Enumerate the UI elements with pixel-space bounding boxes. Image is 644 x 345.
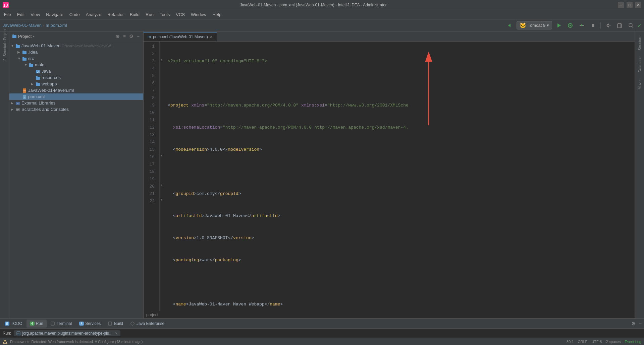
menu-run[interactable]: Run (143, 11, 156, 18)
menu-analyze[interactable]: Analyze (83, 11, 104, 18)
locate-file-button[interactable]: ⊕ (115, 33, 121, 39)
line-num-1: 1 (145, 43, 157, 50)
structure-tool-icon[interactable]: 2: Structure (1, 48, 8, 55)
tree-item-idea[interactable]: ▶ .idea (9, 49, 143, 55)
right-tool-structure[interactable]: Structure (637, 33, 643, 53)
minimize-button[interactable]: ─ (618, 2, 624, 8)
run-tab-icon: m (16, 331, 20, 335)
build-label: Build (114, 321, 123, 326)
svg-text:iml: iml (23, 90, 26, 92)
status-frameworks-text[interactable]: Frameworks Detected: Web framework is de… (10, 340, 143, 344)
code-line-7: <groupId>com.cmy</groupId> (168, 190, 635, 198)
code-line-4: xsi:schemaLocation="http://maven.apache.… (168, 124, 635, 131)
settings-button[interactable] (603, 21, 613, 29)
tree-item-iml[interactable]: iml JavaWeb-01-Maven.iml (9, 87, 143, 93)
menu-edit[interactable]: Edit (14, 11, 27, 18)
coverage-button[interactable] (577, 21, 586, 29)
webapp-folder-icon (36, 82, 40, 86)
status-indent[interactable]: 2 spaces (606, 340, 621, 344)
window-controls[interactable]: ─ □ ✕ (618, 2, 641, 8)
menu-view[interactable]: View (28, 11, 43, 18)
tree-item-main[interactable]: ▼ main (9, 62, 143, 68)
menu-tools[interactable]: Tools (157, 11, 172, 18)
bottom-tab-todo[interactable]: 6 TODO (1, 320, 26, 328)
menu-code[interactable]: Code (67, 11, 83, 18)
settings-panel-button[interactable]: ⚙ (128, 33, 135, 39)
right-tool-database[interactable]: Database (637, 54, 643, 75)
tree-item-scratches[interactable]: ▶ Scratches and Consoles (9, 106, 143, 113)
run-config-dropdown-icon: ▾ (547, 23, 549, 28)
code-lines[interactable]: <?xml version="1.0" encoding="UTF-8"?> <… (165, 42, 635, 311)
menu-navigate[interactable]: Navigate (43, 11, 66, 18)
project-panel-title[interactable]: Project ▾ (12, 34, 35, 39)
stop-button[interactable] (588, 21, 598, 29)
editor-tab-pom[interactable]: m pom.xml (JavaWeb-01-Maven) × (144, 32, 217, 41)
code-line-2 (168, 80, 635, 87)
line-num-12: 12 (145, 124, 157, 131)
svg-rect-25 (36, 77, 40, 80)
bottom-tab-java-enterprise[interactable]: Java Enterprise (127, 320, 168, 328)
fold-20[interactable]: ▾ (160, 182, 163, 189)
svg-rect-19 (22, 57, 24, 58)
breadcrumb-sep: › (43, 23, 44, 28)
main-label: main (35, 62, 44, 67)
main-folder-icon (29, 63, 34, 67)
menu-file[interactable]: File (1, 11, 14, 18)
menu-help[interactable]: Help (210, 11, 224, 18)
project-panel-dropdown-icon: ▾ (33, 34, 35, 38)
tree-item-resources[interactable]: resources (9, 74, 143, 81)
menu-vcs[interactable]: VCS (173, 11, 187, 18)
project-panel-header: Project ▾ ⊕ ≡ ⚙ − (9, 31, 143, 41)
right-tool-maven[interactable]: Maven (637, 76, 643, 92)
menu-refactor[interactable]: Refactor (105, 11, 126, 18)
run-tab[interactable]: m [org.apache.maven.plugins:maven-archet… (14, 330, 120, 336)
tab-close-button[interactable]: × (210, 34, 213, 40)
navigate-back-button[interactable] (505, 21, 515, 29)
tree-item-external-libs[interactable]: ▶ External Libraries (9, 100, 143, 106)
iml-file-icon: iml (22, 88, 27, 93)
fold-22[interactable]: ▾ (160, 196, 163, 204)
close-button[interactable]: ✕ (635, 2, 641, 8)
search-button[interactable] (626, 21, 636, 29)
status-position[interactable]: 30:1 (567, 340, 574, 344)
collapse-all-button[interactable]: ≡ (122, 33, 127, 39)
status-line-ending[interactable]: CRLF (578, 340, 588, 344)
open-file-button[interactable] (615, 21, 624, 29)
close-panel-button[interactable]: − (136, 33, 141, 39)
debug-button[interactable] (566, 21, 575, 29)
bottom-minimize-button[interactable]: − (638, 321, 643, 327)
code-editor[interactable]: 1 2 3 4 5 6 7 8 9 10 11 12 13 14 15 16 1 (144, 42, 635, 311)
run-tab-close-button[interactable]: × (115, 331, 118, 336)
status-checkmark: ✓ (638, 22, 641, 29)
tree-item-webapp[interactable]: ▶ webapp (9, 81, 143, 87)
menu-build[interactable]: Build (127, 11, 142, 18)
bottom-tab-run[interactable]: 4 Run (26, 320, 47, 328)
src-folder-icon (22, 56, 27, 61)
fold-16[interactable]: ▾ (160, 152, 163, 159)
tree-item-java[interactable]: J Java (9, 68, 143, 74)
bottom-tab-build[interactable]: Build (105, 320, 126, 328)
breadcrumb-file[interactable]: pom.xml (50, 23, 67, 28)
tree-item-pom[interactable]: m pom.xml (9, 93, 143, 100)
resources-folder-icon (36, 75, 40, 80)
open-file-icon (616, 22, 623, 28)
bottom-tab-terminal[interactable]: Terminal (47, 320, 75, 328)
terminal-label: Terminal (57, 321, 72, 326)
menu-window[interactable]: Window (188, 11, 209, 18)
bottom-tab-services[interactable]: 8 Services (76, 320, 104, 328)
status-encoding[interactable]: UTF-8 (591, 340, 602, 344)
editor-path-text: project (146, 313, 158, 317)
project-tool-icon[interactable]: 1: Project (1, 33, 8, 40)
breadcrumb-project[interactable]: JavaWeb-01-Maven (3, 23, 42, 28)
run-config-selector[interactable]: 🐱 Tomcat 9 ▾ (517, 21, 552, 29)
fold-3[interactable]: ▾ (160, 56, 163, 64)
run-button[interactable] (554, 21, 564, 29)
tree-item-src[interactable]: ▼ src (9, 55, 143, 62)
bottom-settings-button[interactable]: ⚙ (630, 321, 637, 327)
stop-icon (590, 22, 596, 28)
event-log-button[interactable]: Event Log (625, 340, 641, 344)
maximize-button[interactable]: □ (627, 2, 633, 8)
breadcrumb-file-icon: m (46, 23, 49, 28)
idea-folder-label: .idea (28, 50, 38, 55)
tree-item-root[interactable]: ▼ JavaWeb-01-Maven E:\learnJava\JavaWeb\… (9, 43, 143, 49)
